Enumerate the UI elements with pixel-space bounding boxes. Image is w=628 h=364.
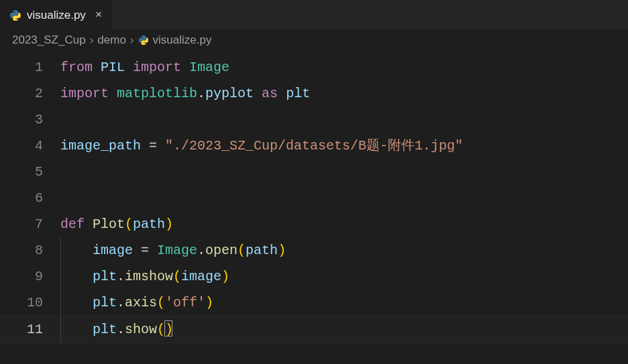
line-number: 6 (0, 185, 60, 211)
tab-filename: visualize.py (27, 9, 86, 22)
text-cursor (164, 320, 172, 337)
line-number: 1 (0, 54, 60, 80)
python-icon (9, 9, 21, 21)
tab-visualize[interactable]: visualize.py × (0, 0, 112, 29)
line-number: 3 (0, 107, 60, 133)
line-number: 10 (0, 290, 60, 316)
python-icon (138, 35, 149, 46)
code-line[interactable]: 11 plt.show() (0, 316, 628, 343)
code-line[interactable]: 4 image_path = "./2023_SZ_Cup/datasets/B… (0, 133, 628, 159)
line-number: 4 (0, 133, 60, 159)
code-line[interactable]: 10 plt.axis('off') (0, 290, 628, 316)
code-line[interactable]: 5 (0, 159, 628, 185)
chevron-icon: › (130, 34, 134, 47)
line-number: 8 (0, 237, 60, 263)
code-line[interactable]: 6 (0, 185, 628, 211)
breadcrumb-seg-1[interactable]: demo (97, 34, 126, 47)
breadcrumb-seg-2[interactable]: visualize.py (153, 34, 212, 47)
close-icon[interactable]: × (91, 9, 102, 21)
code-line[interactable]: 2 import matplotlib.pyplot as plt (0, 80, 628, 107)
code-line[interactable]: 3 (0, 107, 628, 133)
line-number: 9 (0, 263, 60, 290)
breadcrumb-seg-0[interactable]: 2023_SZ_Cup (12, 34, 86, 47)
tabbar: visualize.py × (0, 0, 628, 29)
code-line[interactable]: 9 plt.imshow(image) (0, 263, 628, 290)
chevron-icon: › (90, 34, 94, 47)
code-line[interactable]: 8 image = Image.open(path) (0, 237, 628, 263)
code-line[interactable]: 1 from PIL import Image (0, 54, 628, 80)
breadcrumb: 2023_SZ_Cup › demo › visualize.py (0, 29, 628, 52)
code-editor[interactable]: 1 from PIL import Image 2 import matplot… (0, 52, 628, 343)
line-number: 2 (0, 80, 60, 107)
line-number: 7 (0, 211, 60, 237)
line-number: 11 (0, 316, 60, 343)
line-number: 5 (0, 159, 60, 185)
code-line[interactable]: 7 def Plot(path) (0, 211, 628, 237)
